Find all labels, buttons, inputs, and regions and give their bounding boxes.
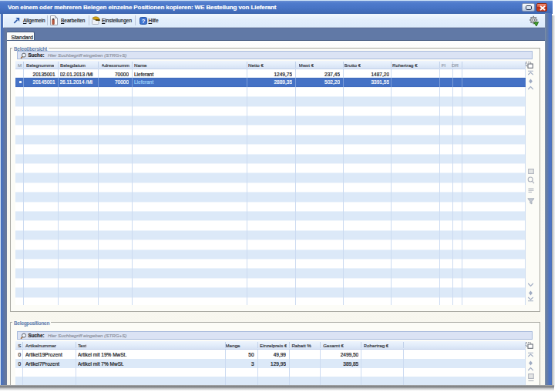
svg-text:?: ? [141, 17, 145, 24]
